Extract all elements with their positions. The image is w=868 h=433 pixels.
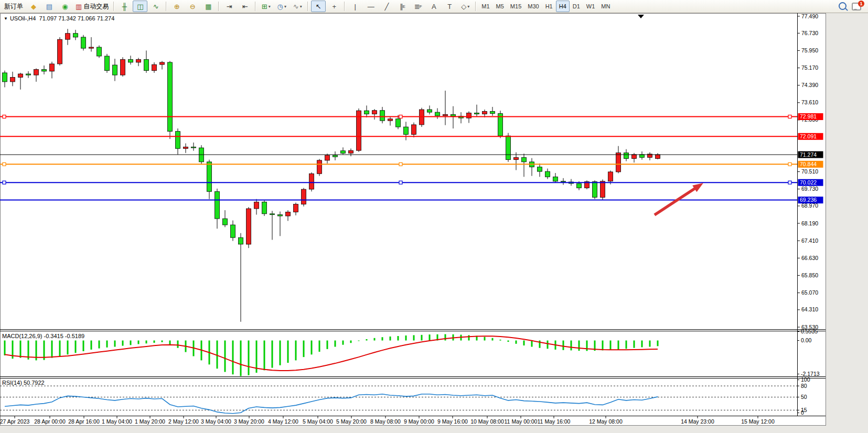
autotrade-button[interactable]: ▥自动交易 xyxy=(73,1,111,12)
svg-text:72.981: 72.981 xyxy=(800,113,817,120)
svg-text:0.00: 0.00 xyxy=(801,337,812,343)
signals-icon-icon: ◉ xyxy=(62,3,68,10)
tile-windows-button[interactable]: ▦ xyxy=(201,1,216,12)
svg-text:15 May 12:00: 15 May 12:00 xyxy=(741,418,775,425)
dropdown-caret-icon: ▾ xyxy=(300,4,302,9)
text-label-button[interactable]: T xyxy=(442,1,457,12)
svg-text:69.730: 69.730 xyxy=(801,186,818,192)
svg-text:67.410: 67.410 xyxy=(801,237,818,244)
search-icon[interactable] xyxy=(839,2,846,10)
svg-text:68.190: 68.190 xyxy=(801,220,818,226)
line-handle[interactable] xyxy=(788,163,791,166)
main-toolbar: 新订单◆▤◉▥自动交易╫◫∿⊕⊖▦⇥⇤⊞▾◷▾∿▾↖+|—╱∥E≣FAT◇▾M1… xyxy=(0,0,868,13)
svg-text:14 May 23:00: 14 May 23:00 xyxy=(681,418,714,425)
chat-icon[interactable]: 1 xyxy=(852,3,861,10)
line-handle[interactable] xyxy=(399,163,402,166)
market-watch-icon-icon: ▤ xyxy=(46,3,52,10)
svg-text:74.390: 74.390 xyxy=(801,82,818,88)
trendline-button-icon: ╱ xyxy=(384,3,389,10)
vline-button[interactable]: | xyxy=(348,1,362,12)
zoom-in-button-icon: ⊕ xyxy=(174,3,180,10)
tf-h1[interactable]: H1 xyxy=(542,1,556,12)
text-button-icon: A xyxy=(432,3,436,10)
price-tag-70.844: 70.844 xyxy=(798,161,823,168)
crosshair-button[interactable]: + xyxy=(327,1,341,12)
chart-canvas[interactable]: 77.49076.73075.95075.17074.39073.61072.8… xyxy=(0,13,868,433)
new-window-button-icon: ⊞ xyxy=(262,3,267,10)
line-handle[interactable] xyxy=(788,181,791,184)
line-handle[interactable] xyxy=(788,115,791,118)
line-handle[interactable] xyxy=(399,115,402,118)
chart-window: 77.49076.73075.95075.17074.39073.61072.8… xyxy=(0,13,868,433)
svg-text:71.274: 71.274 xyxy=(800,151,817,158)
bar-chart-button[interactable]: ╫ xyxy=(117,1,132,12)
svg-text:77.490: 77.490 xyxy=(801,13,818,19)
line-chart-button[interactable]: ∿ xyxy=(148,1,163,12)
tf-m30[interactable]: M30 xyxy=(524,1,542,12)
indicators-button[interactable]: ∿▾ xyxy=(290,1,305,12)
svg-text:11 May 16:00: 11 May 16:00 xyxy=(538,418,571,425)
indicators-button-icon: ∿ xyxy=(293,3,299,10)
shapes-button[interactable]: ◇▾ xyxy=(458,1,473,12)
price-tag-72.981: 72.981 xyxy=(798,113,823,120)
price-tag-70.022: 70.022 xyxy=(798,179,823,186)
tf-mn[interactable]: MN xyxy=(598,1,613,12)
channel-button[interactable]: ∥E xyxy=(395,1,410,12)
toolbar-separator xyxy=(166,2,167,11)
tf-m1[interactable]: M1 xyxy=(478,1,492,12)
tf-m15[interactable]: M15 xyxy=(507,1,524,12)
svg-text:76.730: 76.730 xyxy=(801,30,818,36)
svg-text:66.630: 66.630 xyxy=(801,255,818,261)
zoom-out-button[interactable]: ⊖ xyxy=(185,1,200,12)
notification-badge: 1 xyxy=(858,1,864,7)
tf-m5[interactable]: M5 xyxy=(493,1,507,12)
svg-text:9 May 00:00: 9 May 00:00 xyxy=(404,418,434,425)
chart-ohlc-values: 71.097 71.342 71.066 71.274 xyxy=(39,15,115,21)
line-handle[interactable] xyxy=(3,181,6,184)
period-button[interactable]: ◷▾ xyxy=(274,1,289,12)
cursor-button[interactable]: ↖ xyxy=(311,1,326,12)
price-tag-72.091: 72.091 xyxy=(798,133,823,140)
market-watch-icon[interactable]: ▤ xyxy=(42,1,57,12)
svg-text:64.310: 64.310 xyxy=(801,306,818,312)
signals-icon[interactable]: ◉ xyxy=(58,1,72,12)
toolbar-separator xyxy=(307,2,308,11)
macd-indicator-label: MACD(12,26,9) -0.3415 -0.5189 xyxy=(2,333,84,339)
svg-text:4 May 12:00: 4 May 12:00 xyxy=(268,418,298,425)
new-chart-icon[interactable]: ◆ xyxy=(26,1,41,12)
new-window-button[interactable]: ⊞▾ xyxy=(259,1,273,12)
crosshair-button-icon: + xyxy=(333,3,337,10)
svg-text:70.844: 70.844 xyxy=(800,161,817,167)
toolbar-separator xyxy=(113,2,114,11)
dropdown-caret-icon: ▾ xyxy=(269,4,271,9)
svg-text:65.070: 65.070 xyxy=(801,289,818,296)
hline-button[interactable]: — xyxy=(363,1,378,12)
line-handle[interactable] xyxy=(399,181,402,184)
cursor-button-icon: ↖ xyxy=(316,3,322,10)
tf-w1[interactable]: W1 xyxy=(583,1,598,12)
svg-text:72.091: 72.091 xyxy=(800,133,817,139)
svg-text:1 May 20:00: 1 May 20:00 xyxy=(135,418,165,425)
toolbar-separator xyxy=(218,2,219,11)
new-order-button[interactable]: 新订单 xyxy=(2,1,25,12)
line-handle[interactable] xyxy=(3,115,6,118)
chart-shift-button[interactable]: ⇤ xyxy=(238,1,252,12)
svg-text:27 Apr 2023: 27 Apr 2023 xyxy=(0,418,29,425)
line-handle[interactable] xyxy=(3,163,6,166)
text-button[interactable]: A xyxy=(426,1,441,12)
chart-menu-triangle-icon[interactable]: ▼ xyxy=(4,16,8,21)
trendline-button[interactable]: ╱ xyxy=(379,1,394,12)
candle-chart-button[interactable]: ◫ xyxy=(133,1,147,12)
tf-h4[interactable]: H4 xyxy=(556,1,570,12)
hline-button-icon: — xyxy=(368,3,374,10)
tf-d1[interactable]: D1 xyxy=(570,1,583,12)
dropdown-caret-icon: ▾ xyxy=(467,4,469,9)
svg-text:68.970: 68.970 xyxy=(801,202,818,209)
auto-scroll-button[interactable]: ⇥ xyxy=(222,1,237,12)
svg-text:28 Apr 16:00: 28 Apr 16:00 xyxy=(68,418,100,425)
fibonacci-button[interactable]: ≣F xyxy=(411,1,425,12)
bar-chart-button-icon: ╫ xyxy=(122,3,127,10)
zoom-in-button[interactable]: ⊕ xyxy=(169,1,184,12)
shapes-button-icon: ◇ xyxy=(461,3,466,10)
svg-text:69.236: 69.236 xyxy=(800,197,817,203)
